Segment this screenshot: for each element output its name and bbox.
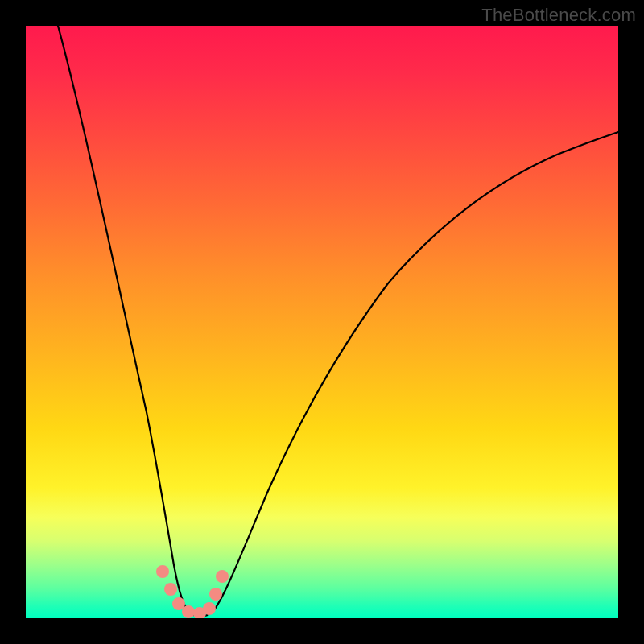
curve-path	[58, 26, 618, 617]
outer-frame: TheBottleneck.com	[0, 0, 644, 644]
chart-svg	[26, 26, 618, 618]
marker-dot	[203, 602, 216, 615]
marker-dot	[216, 570, 229, 583]
watermark-text: TheBottleneck.com	[481, 5, 636, 26]
plot-area	[26, 26, 618, 618]
marker-dot	[209, 588, 222, 601]
marker-dot	[182, 605, 195, 618]
marker-dot	[164, 583, 177, 596]
marker-dot	[193, 607, 206, 618]
marker-dot	[156, 565, 169, 578]
marker-dot	[172, 597, 185, 610]
